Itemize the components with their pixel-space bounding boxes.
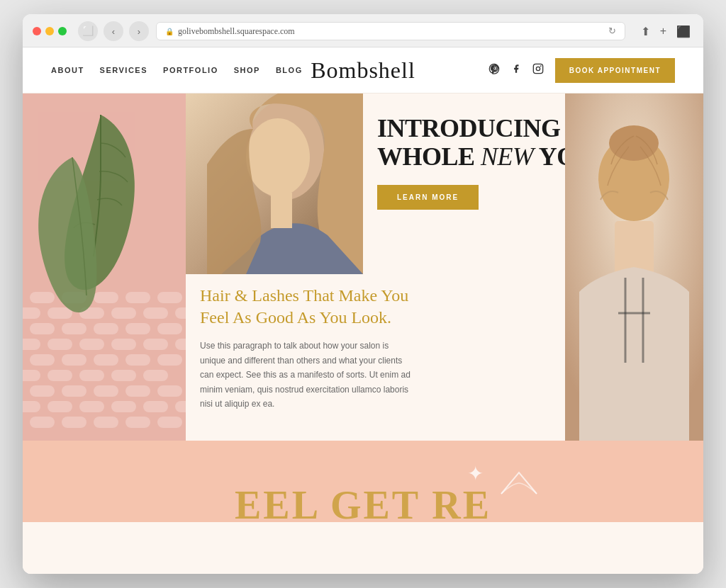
- site-header: ABOUT SERVICES PORTFOLIO SHOP BLOG Bombs…: [23, 47, 703, 94]
- svg-rect-18: [125, 323, 150, 334]
- svg-rect-24: [143, 339, 168, 350]
- subheading: Hair & Lashes That Make You Feel As Good…: [200, 285, 413, 329]
- svg-rect-23: [111, 339, 136, 350]
- nav-about[interactable]: ABOUT: [51, 66, 84, 74]
- pinterest-icon[interactable]: [488, 63, 500, 77]
- address-bar[interactable]: 🔒 golivebombshell.squarespace.com ↻: [156, 22, 625, 40]
- center-hero-image: [186, 94, 363, 274]
- svg-rect-31: [23, 370, 40, 381]
- browser-window: ⬜ ‹ › 🔒 golivebombshell.squarespace.com …: [23, 14, 703, 574]
- body-text: Use this paragraph to talk about how you…: [200, 339, 413, 411]
- minimize-button[interactable]: [45, 27, 54, 35]
- svg-rect-12: [111, 307, 136, 319]
- svg-rect-15: [30, 323, 55, 334]
- svg-rect-32: [48, 370, 72, 381]
- browser-nav: ⬜ ‹ ›: [78, 21, 149, 41]
- svg-point-2: [540, 66, 541, 67]
- hero-section: INTRODUCING A WHOLE NEW YOU LEARN MORE H…: [23, 94, 703, 574]
- svg-rect-27: [62, 354, 86, 366]
- back-button[interactable]: ‹: [104, 21, 123, 41]
- svg-rect-21: [48, 339, 72, 350]
- svg-rect-33: [79, 370, 104, 381]
- svg-rect-20: [23, 339, 40, 350]
- nav-right: BOOK APPOINTMENT: [488, 58, 675, 83]
- instagram-icon[interactable]: [532, 63, 544, 77]
- svg-rect-36: [30, 385, 55, 397]
- svg-rect-16: [62, 323, 86, 334]
- svg-rect-4: [30, 292, 55, 303]
- site-main: INTRODUCING A WHOLE NEW YOU LEARN MORE H…: [23, 94, 703, 574]
- nav-blog[interactable]: BLOG: [276, 66, 303, 74]
- book-appointment-button[interactable]: BOOK APPOINTMENT: [555, 58, 675, 83]
- svg-rect-30: [157, 354, 182, 366]
- star-decoration: ✦: [467, 462, 484, 485]
- svg-rect-13: [143, 307, 168, 319]
- svg-rect-42: [48, 401, 72, 412]
- facebook-icon[interactable]: [511, 63, 521, 77]
- svg-rect-0: [533, 64, 542, 73]
- svg-rect-47: [30, 417, 55, 428]
- svg-rect-6: [94, 292, 118, 303]
- svg-rect-38: [94, 385, 118, 397]
- nav-portfolio[interactable]: PORTFOLIO: [163, 66, 218, 74]
- content-below: Hair & Lashes That Make You Feel As Good…: [200, 285, 413, 411]
- forward-button[interactable]: ›: [129, 21, 149, 41]
- tabs-button[interactable]: ⬛: [674, 23, 693, 40]
- site-logo: Bombshell: [311, 57, 415, 84]
- share-button[interactable]: ⬆: [638, 23, 653, 40]
- square-icon[interactable]: ⬜: [78, 21, 98, 41]
- close-button[interactable]: [33, 27, 41, 35]
- bottom-decorative-text: EEL GET RE: [235, 482, 491, 522]
- url-text: golivebombshell.squarespace.com: [178, 26, 295, 37]
- svg-rect-8: [157, 292, 182, 303]
- hero-grid: INTRODUCING A WHOLE NEW YOU LEARN MORE H…: [23, 94, 703, 441]
- svg-rect-39: [125, 385, 150, 397]
- right-photo-column: [565, 94, 703, 441]
- new-tab-button[interactable]: +: [657, 23, 669, 40]
- svg-rect-28: [94, 354, 118, 366]
- svg-rect-41: [23, 401, 40, 412]
- svg-rect-50: [125, 417, 150, 428]
- lock-icon: 🔒: [165, 28, 174, 35]
- svg-point-55: [246, 118, 310, 196]
- nav-shop[interactable]: SHOP: [234, 66, 260, 74]
- svg-rect-17: [94, 323, 118, 334]
- window-buttons: [33, 27, 67, 35]
- svg-rect-9: [23, 307, 40, 319]
- svg-point-63: [609, 125, 659, 161]
- svg-rect-51: [157, 417, 182, 428]
- learn-more-button[interactable]: LEARN MORE: [377, 185, 479, 210]
- svg-rect-29: [125, 354, 150, 366]
- middle-content-column: INTRODUCING A WHOLE NEW YOU LEARN MORE H…: [186, 94, 565, 441]
- svg-rect-37: [62, 385, 86, 397]
- browser-chrome: ⬜ ‹ › 🔒 golivebombshell.squarespace.com …: [23, 14, 703, 47]
- svg-rect-26: [30, 354, 55, 366]
- svg-rect-56: [271, 193, 292, 228]
- maximize-button[interactable]: [58, 27, 67, 35]
- browser-actions: ⬆ + ⬛: [638, 23, 693, 40]
- svg-rect-22: [79, 339, 104, 350]
- svg-rect-44: [111, 401, 136, 412]
- svg-rect-43: [79, 401, 104, 412]
- svg-rect-35: [143, 370, 168, 381]
- nav-services[interactable]: SERVICES: [100, 66, 147, 74]
- website-content: ABOUT SERVICES PORTFOLIO SHOP BLOG Bombs…: [23, 47, 703, 574]
- svg-rect-34: [111, 370, 136, 381]
- svg-rect-45: [143, 401, 168, 412]
- reload-icon[interactable]: ↻: [608, 26, 616, 37]
- svg-rect-40: [157, 385, 182, 397]
- svg-rect-19: [157, 323, 182, 334]
- nav-left: ABOUT SERVICES PORTFOLIO SHOP BLOG: [51, 66, 303, 74]
- svg-point-1: [536, 67, 540, 70]
- svg-rect-48: [62, 417, 86, 428]
- svg-rect-10: [48, 307, 72, 319]
- svg-rect-7: [125, 292, 150, 303]
- left-photo-column: [23, 94, 186, 441]
- book-icon: [498, 469, 540, 500]
- svg-rect-49: [94, 417, 118, 428]
- bottom-cta-section: EEL GET RE ✦: [23, 441, 703, 522]
